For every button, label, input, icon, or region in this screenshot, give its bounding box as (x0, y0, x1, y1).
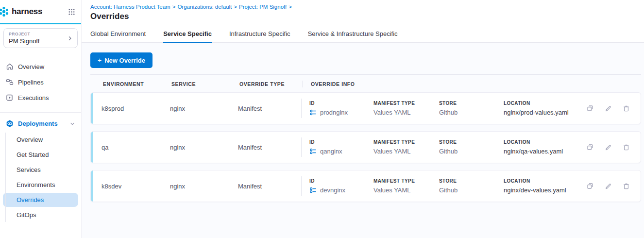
sidebar-item-deployments[interactable]: Deployments (0, 116, 81, 132)
deployments-subnav: Overview Get Started Services Environmen… (0, 133, 81, 222)
row-actions (586, 104, 641, 112)
row-accent-bar (91, 170, 93, 202)
breadcrumb-separator: > (234, 4, 237, 10)
id-cell: ID prodnginx (302, 101, 366, 116)
service-value: nginx (170, 183, 238, 190)
id-cell: ID qanginx (302, 139, 366, 155)
copy-icon (586, 182, 594, 190)
id-value: qanginx (320, 148, 342, 155)
manifest-type-cell: MANIFEST TYPE Values YAML (366, 139, 431, 155)
delete-button[interactable] (623, 183, 630, 190)
sidebar-item-label: Deployments (18, 120, 58, 127)
clone-button[interactable] (586, 143, 594, 151)
location-value: nginx/qa-values.yaml (504, 148, 586, 155)
breadcrumb: Account: Harness Product Team>Organizati… (90, 4, 644, 10)
manifest-type-value: Values YAML (373, 187, 431, 194)
override-type-value: Manifest (238, 105, 301, 112)
tab-global-environment[interactable]: Global Environment (90, 25, 146, 43)
column-header-environment: ENVIRONMENT (103, 81, 171, 87)
manifest-id-icon (309, 148, 317, 155)
environment-value: k8sdev (102, 183, 170, 190)
delete-button[interactable] (623, 144, 630, 151)
location-cell: LOCATION nginx/prod-values.yaml (496, 101, 586, 116)
sidebar-item-overview[interactable]: Overview (0, 59, 81, 74)
row-actions (586, 143, 641, 151)
location-label: LOCATION (504, 178, 586, 184)
manifest-type-value: Values YAML (373, 148, 431, 155)
sidebar-item-label: Pipelines (18, 79, 44, 86)
pencil-icon (605, 105, 612, 112)
manifest-type-value: Values YAML (373, 109, 431, 116)
store-value: Github (439, 109, 496, 116)
clone-button[interactable] (586, 182, 594, 190)
sidebar-item-pipelines[interactable]: Pipelines (0, 74, 81, 90)
breadcrumb-organization[interactable]: Organizations: default (177, 4, 232, 10)
subnav-item-overrides[interactable]: Overrides (3, 193, 78, 207)
new-override-button[interactable]: + New Override (90, 52, 153, 68)
location-label: LOCATION (504, 101, 586, 106)
subnav-item-services[interactable]: Services (0, 163, 78, 177)
project-selector[interactable]: PROJECT PM Signoff (3, 28, 78, 48)
tab-bar: Global Environment Service Specific Infr… (82, 25, 644, 43)
sidebar-item-label: Overview (18, 63, 44, 70)
pipelines-icon (6, 78, 14, 86)
subnav-item-gitops[interactable]: GitOps (0, 208, 78, 222)
sidebar-divider (0, 112, 81, 113)
home-icon (6, 63, 14, 70)
manifest-type-cell: MANIFEST TYPE Values YAML (366, 178, 431, 194)
executions-icon (6, 94, 14, 102)
app-grid-icon[interactable] (68, 8, 75, 16)
new-override-label: New Override (104, 57, 145, 64)
environment-value: qa (102, 144, 170, 151)
subnav-item-overview[interactable]: Overview (0, 133, 78, 147)
store-label: STORE (439, 178, 496, 184)
app-window: harness PROJECT PM Signoff (0, 0, 644, 238)
sidebar-header: harness (0, 0, 81, 24)
sidebar-item-executions[interactable]: Executions (0, 90, 81, 105)
harness-logo-icon (0, 6, 9, 17)
store-value: Github (439, 148, 496, 155)
delete-button[interactable] (623, 105, 630, 112)
store-label: STORE (439, 101, 496, 106)
project-name: PM Signoff (9, 37, 72, 45)
store-value: Github (439, 187, 496, 194)
content-area: + New Override ENVIRONMENT SERVICE OVERR… (82, 43, 644, 238)
trash-icon (623, 183, 630, 190)
breadcrumb-separator: > (172, 4, 176, 10)
edit-button[interactable] (605, 144, 612, 151)
page-title: Overrides (90, 12, 644, 21)
edit-button[interactable] (605, 183, 612, 190)
row-accent-bar (91, 93, 93, 124)
project-label: PROJECT (9, 32, 72, 36)
edit-button[interactable] (605, 105, 612, 112)
id-label: ID (309, 139, 366, 145)
location-value: nginx/prod-values.yaml (504, 109, 586, 116)
location-cell: LOCATION nginx/dev-values.yaml (496, 178, 586, 194)
column-header-override-info: OVERRIDE INFO (311, 81, 355, 87)
pencil-icon (605, 183, 612, 190)
manifest-type-cell: MANIFEST TYPE Values YAML (366, 101, 431, 116)
tab-infrastructure-specific[interactable]: Infrastructure Specific (229, 25, 290, 43)
id-label: ID (309, 178, 366, 184)
override-row[interactable]: k8sdev nginx Manifest ID devnginx MANIFE… (90, 170, 641, 202)
trash-icon (623, 144, 630, 151)
override-row[interactable]: k8sprod nginx Manifest ID prodnginx MANI… (90, 92, 641, 124)
sidebar-nav: Overview Pipelines Executions Deployme (0, 59, 81, 223)
subnav-item-environments[interactable]: Environments (0, 178, 78, 192)
store-cell: STORE Github (431, 101, 496, 116)
tab-service-infrastructure-specific[interactable]: Service & Infrastructure Specific (308, 25, 398, 43)
location-cell: LOCATION nginx/qa-values.yaml (496, 139, 586, 155)
subnav-item-get-started[interactable]: Get Started (0, 148, 78, 162)
manifest-type-label: MANIFEST TYPE (373, 101, 431, 106)
override-row[interactable]: qa nginx Manifest ID qanginx MANIFEST TY… (90, 131, 641, 163)
column-header-service: SERVICE (171, 81, 239, 87)
copy-icon (586, 143, 594, 151)
harness-logo[interactable]: harness (0, 6, 42, 17)
tab-service-specific[interactable]: Service Specific (163, 25, 212, 43)
breadcrumb-account[interactable]: Account: Harness Product Team (90, 4, 170, 10)
header-divider (303, 81, 303, 87)
service-value: nginx (170, 144, 238, 151)
main-area: Account: Harness Product Team>Organizati… (82, 0, 644, 238)
breadcrumb-project[interactable]: Project: PM Signoff (239, 4, 287, 10)
clone-button[interactable] (586, 104, 594, 112)
